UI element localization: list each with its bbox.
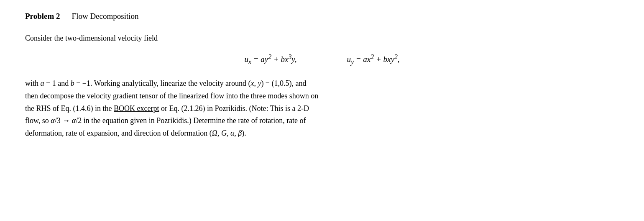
eq1-equals: = (253, 55, 261, 64)
problem-title: Flow Decomposition (72, 12, 139, 21)
eq1-sub: x (248, 58, 251, 65)
body-with: with (25, 79, 41, 87)
body-symbols: Ω, G, α, β (212, 129, 242, 137)
body-alpha1: α (51, 116, 54, 125)
body-line4a: flow, so (25, 116, 51, 125)
eq2-sub: y (351, 58, 354, 65)
body-link[interactable]: BOOK excerpt (114, 104, 159, 113)
body-line4b: /2 in the equation given in Pozrikidis.)… (76, 116, 306, 125)
body-eq2-segment: = −1. Working analytically, linearize th… (74, 79, 251, 87)
body-frac1: /3 → (55, 116, 72, 125)
equation-2: uy = ax2 + bxy2, (347, 53, 399, 66)
eq2-exp2: 2 (371, 53, 374, 60)
page-container: Problem 2 Flow Decomposition Consider th… (0, 0, 644, 221)
body-alpha2: α (72, 116, 76, 125)
body-line3b: or Eq. (2.1.26) in Pozrikidis. (Note: Th… (159, 104, 309, 113)
eq1-lhs: ux (244, 55, 251, 64)
problem-header: Problem 2 Flow Decomposition (25, 12, 619, 21)
body-line3a: the RHS of Eq. (1.4.6) in the (25, 104, 114, 113)
eq2-rhs: ax2 + bxy2, (363, 55, 399, 64)
eq1-exp2: 2 (268, 53, 271, 60)
body-a-italic: a (41, 79, 44, 87)
intro-sentence: Consider the two-dimensional velocity fi… (25, 34, 158, 42)
body-eq3-segment: ) = (1,0.5), and (261, 79, 306, 87)
eq2-exp2b: 2 (394, 53, 398, 60)
eq1-exp3: 3 (288, 53, 291, 60)
problem-label: Problem 2 (25, 12, 60, 21)
intro-text: Consider the two-dimensional velocity fi… (25, 33, 619, 44)
equation-1: ux = ay2 + bx3y, (244, 53, 296, 66)
body-eq1-segment: = 1 and (44, 79, 71, 87)
equation-block: ux = ay2 + bx3y, uy = ax2 + bxy2, (25, 53, 619, 66)
body-line2: then decompose the velocity gradient ten… (25, 92, 318, 100)
body-b-italic: b (71, 79, 74, 87)
eq1-rhs: ay2 + bx3y, (261, 55, 296, 64)
eq2-lhs: uy (347, 55, 354, 64)
body-line5b: ). (242, 129, 246, 137)
eq2-equals: = (356, 55, 363, 64)
body-text: with a = 1 and b = −1. Working analytica… (25, 77, 619, 139)
body-line5a: deformation, rate of expansion, and dire… (25, 129, 212, 137)
